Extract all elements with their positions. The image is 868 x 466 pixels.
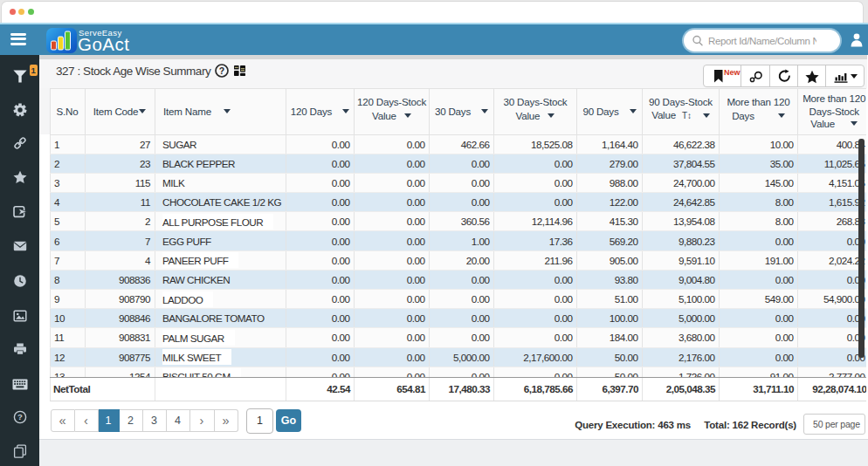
- svg-text:?: ?: [17, 412, 23, 421]
- svg-text:?: ?: [218, 65, 224, 76]
